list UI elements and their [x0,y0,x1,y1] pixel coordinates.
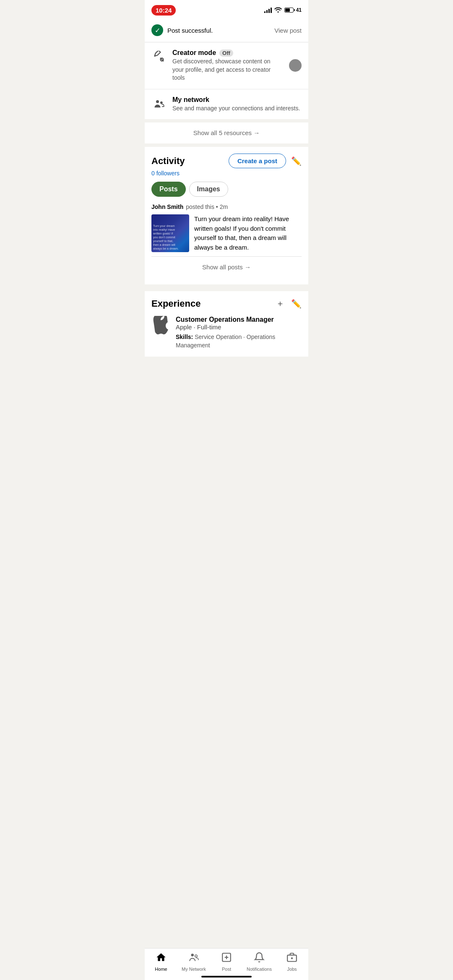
my-network-item[interactable]: My network See and manage your connectio… [145,89,308,120]
tab-images[interactable]: Images [189,182,228,197]
section-divider [145,284,308,288]
my-network-icon [151,96,167,111]
post-thumbnail[interactable]: Turn your dreaminto reality! Havewritten… [151,214,189,252]
post-author-name[interactable]: John Smith [151,203,183,210]
svg-point-2 [160,102,163,104]
post-meta: posted this • 2m [186,203,228,210]
post-body-text: Turn your dream into reality! Have writt… [194,214,302,252]
experience-section: Experience ＋ ✏️ Customer Operations Mana… [145,291,308,356]
creator-mode-title: Creator mode [172,49,216,57]
apple-logo-icon [151,316,170,334]
activity-title: Activity [151,156,185,167]
create-post-button[interactable]: Create a post [229,154,286,168]
experience-header-icons: ＋ ✏️ [276,298,302,309]
show-all-posts-row[interactable]: Show all posts → [151,256,302,278]
post-success-text: Post successful. [167,27,213,34]
activity-header-right: Create a post ✏️ [229,154,302,168]
post-thumbnail-text: Turn your dreaminto reality! Havewritten… [153,224,187,251]
show-all-resources-row[interactable]: Show all 5 resources → [145,122,308,147]
check-circle-icon: ✓ [151,24,163,36]
creator-mode-icon [151,49,167,64]
creator-mode-subtitle: Get discovered, showcase content on your… [172,57,283,82]
status-time: 10:24 [151,5,176,16]
creator-mode-title-row: Creator mode Off [172,49,283,57]
my-network-subtitle: See and manage your connections and inte… [172,104,302,113]
experience-item[interactable]: Customer Operations Manager Apple · Full… [151,316,302,349]
activity-tabs: Posts Images [151,182,302,197]
post-success-banner: ✓ Post successful. View post [145,18,308,42]
signal-bars-icon [264,7,272,13]
exp-skills-label: Skills: [176,334,193,340]
exp-skills: Skills: Service Operation · Operations M… [176,333,302,349]
experience-add-button[interactable]: ＋ [276,298,284,309]
activity-section: Activity Create a post ✏️ 0 followers Po… [145,147,308,284]
activity-edit-icon[interactable]: ✏️ [291,156,302,166]
my-network-title: My network [172,96,302,104]
bottom-padding [145,357,308,399]
creator-mode-toggle[interactable] [289,59,302,72]
battery-icon: 41 [284,7,302,13]
post-success-left: ✓ Post successful. [151,24,213,36]
experience-title: Experience [151,298,200,309]
activity-header: Activity Create a post ✏️ [151,154,302,168]
followers-link[interactable]: 0 followers [151,170,302,177]
exp-company: Apple · Full-time [176,323,302,331]
svg-point-1 [156,100,159,103]
tab-posts[interactable]: Posts [151,182,186,197]
creator-mode-badge: Off [219,50,233,57]
exp-details: Customer Operations Manager Apple · Full… [176,316,302,349]
experience-header: Experience ＋ ✏️ [151,298,302,309]
exp-job-title: Customer Operations Manager [176,316,302,323]
status-icons: 41 [264,7,302,14]
my-network-content: My network See and manage your connectio… [172,96,302,113]
creator-mode-content: Creator mode Off Get discovered, showcas… [172,49,283,82]
experience-edit-button[interactable]: ✏️ [291,299,302,309]
show-all-posts-link[interactable]: Show all posts → [202,263,251,271]
status-bar: 10:24 41 [145,0,308,18]
view-post-link[interactable]: View post [274,27,302,34]
show-all-resources-link[interactable]: Show all 5 resources → [193,129,260,136]
menu-section: Creator mode Off Get discovered, showcas… [145,42,308,119]
post-content-row: Turn your dreaminto reality! Havewritten… [151,214,302,252]
post-author-row: John Smith posted this • 2m [151,203,302,210]
wifi-icon [274,7,282,14]
creator-mode-item[interactable]: Creator mode Off Get discovered, showcas… [145,42,308,89]
